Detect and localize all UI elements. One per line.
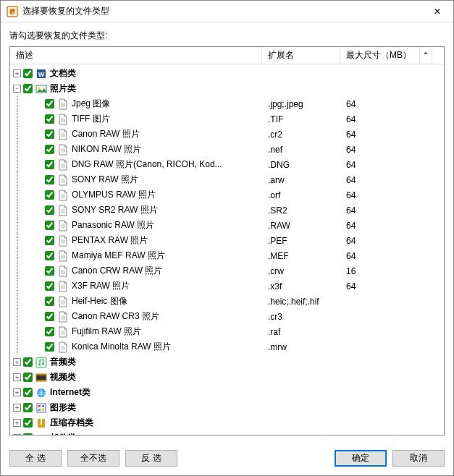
expand-icon[interactable]: +: [13, 434, 21, 435]
filetype-checkbox[interactable]: [45, 129, 54, 139]
cell-desc: Jpeg 图像: [13, 96, 265, 111]
filetype-checkbox[interactable]: [45, 205, 54, 215]
tree-category-row[interactable]: +音频类: [10, 354, 444, 370]
filetype-checkbox[interactable]: [45, 175, 54, 184]
filetype-checkbox[interactable]: [23, 357, 33, 367]
tree-line: [13, 203, 23, 218]
cell-size: 64: [343, 190, 423, 200]
cell-desc: Mamiya MEF RAW 照片: [13, 248, 265, 263]
tree-body[interactable]: +W文档类-照片类Jpeg 图像.jpg;.jpeg64TIFF 图片.TIF6…: [10, 64, 444, 435]
expand-icon[interactable]: +: [13, 69, 21, 77]
filetype-checkbox[interactable]: [23, 403, 33, 412]
column-scroll-hint: ⌃: [420, 48, 432, 64]
filetype-checkbox[interactable]: [45, 221, 54, 230]
tree-item-row[interactable]: Canon CRW RAW 照片.crw16: [10, 263, 444, 279]
expand-icon[interactable]: +: [13, 373, 21, 381]
column-ext[interactable]: 扩展名: [262, 46, 340, 64]
column-desc[interactable]: 描述: [10, 46, 262, 64]
cell-ext: .heic;.heif;.hif: [265, 297, 343, 307]
tree-category-row[interactable]: +压缩存档类: [10, 415, 444, 430]
svg-rect-70: [41, 419, 42, 425]
cell-ext: .cr2: [265, 129, 343, 140]
svg-point-58: [38, 363, 41, 365]
tree-item-row[interactable]: X3F RAW 照片.x3f64: [10, 279, 444, 294]
filetype-checkbox[interactable]: [45, 190, 54, 200]
cell-size: 64: [343, 281, 423, 292]
title-bar: G 选择要恢复的文件类型 ✕: [1, 1, 453, 22]
filetype-checkbox[interactable]: [45, 297, 54, 306]
cell-desc: +视频类: [13, 371, 265, 383]
collapse-icon[interactable]: -: [13, 85, 21, 93]
select-none-button[interactable]: 全不选: [67, 450, 119, 467]
tree-item-row[interactable]: DNG RAW 照片(Canon, RICOH, Kod....DNG64: [10, 157, 444, 172]
svg-rect-66: [42, 405, 44, 407]
file-icon: [57, 296, 69, 307]
filetype-checkbox[interactable]: [23, 418, 33, 428]
filetype-checkbox[interactable]: [45, 342, 54, 352]
tree-item-row[interactable]: PENTAX RAW 照片.PEF64: [10, 233, 444, 248]
expand-icon[interactable]: +: [13, 388, 21, 396]
filetype-checkbox[interactable]: [23, 388, 33, 397]
filetype-checkbox[interactable]: [45, 236, 54, 245]
ok-button[interactable]: 确定: [335, 450, 387, 467]
cell-desc: +音频类: [13, 356, 265, 368]
cell-desc: NIKON RAW 照片: [13, 142, 265, 157]
tree-item-row[interactable]: Konica Minolta RAW 照片.mrw: [10, 339, 444, 354]
select-all-button[interactable]: 全 选: [9, 450, 62, 467]
tree-category-row[interactable]: +W文档类: [10, 66, 444, 81]
cell-size: 64: [343, 114, 423, 124]
close-button[interactable]: ✕: [421, 1, 453, 22]
filetype-checkbox[interactable]: [45, 281, 54, 291]
row-label: SONY SR2 RAW 照片: [72, 204, 158, 216]
cell-size: 64: [343, 221, 423, 231]
cancel-button[interactable]: 取消: [392, 450, 445, 467]
row-label: 邮件类: [50, 432, 76, 435]
tree-item-row[interactable]: Canon RAW CR3 照片.cr3: [10, 309, 444, 324]
tree-item-row[interactable]: Mamiya MEF RAW 照片.MEF64: [10, 248, 444, 263]
filetype-checkbox[interactable]: [23, 69, 33, 78]
expand-icon[interactable]: +: [13, 404, 21, 412]
tree-item-row[interactable]: NIKON RAW 照片.nef64: [10, 142, 444, 157]
expand-icon[interactable]: +: [13, 358, 21, 366]
zip-icon: [35, 417, 47, 429]
tree-category-row[interactable]: +视频类: [10, 370, 444, 385]
tree-item-row[interactable]: SONY SR2 RAW 照片.SR264: [10, 203, 444, 218]
filetype-checkbox[interactable]: [45, 266, 54, 276]
file-icon: [57, 98, 69, 110]
tree-category-row[interactable]: +Internet类: [10, 385, 444, 400]
filetype-checkbox[interactable]: [45, 327, 54, 336]
cell-size: 64: [343, 129, 423, 140]
filetype-checkbox[interactable]: [45, 312, 54, 321]
tree-item-row[interactable]: Heif-Heic 图像.heic;.heif;.hif: [10, 294, 444, 309]
file-icon: [57, 205, 69, 216]
tree-item-row[interactable]: Fujifilm RAW 照片.raf: [10, 324, 444, 339]
svg-text:G: G: [9, 8, 15, 16]
tree-category-row[interactable]: -照片类: [10, 81, 444, 96]
tree-item-row[interactable]: SONY RAW 照片.arw64: [10, 172, 444, 187]
tree-line: [13, 96, 23, 111]
pic-icon: [35, 83, 47, 95]
cell-desc: Heif-Heic 图像: [13, 294, 265, 309]
tree-line: [13, 294, 23, 309]
invert-selection-button[interactable]: 反 选: [125, 450, 177, 467]
instruction-text: 请勾选要恢复的文件类型:: [9, 30, 445, 42]
expand-icon[interactable]: +: [13, 419, 21, 427]
filetype-checkbox[interactable]: [23, 433, 33, 435]
filetype-checkbox[interactable]: [45, 145, 54, 154]
tree-item-row[interactable]: TIFF 图片.TIF64: [10, 111, 444, 127]
filetype-checkbox[interactable]: [45, 251, 54, 260]
tree-item-row[interactable]: Jpeg 图像.jpg;.jpeg64: [10, 96, 444, 111]
tree-item-row[interactable]: Panasonic RAW 照片.RAW64: [10, 218, 444, 233]
column-size[interactable]: 最大尺寸（MB）: [340, 46, 420, 64]
tree-category-row[interactable]: +邮件类: [10, 430, 444, 435]
file-icon: [57, 190, 69, 201]
filetype-checkbox[interactable]: [45, 114, 54, 124]
filetype-checkbox[interactable]: [23, 373, 33, 382]
cell-desc: TIFF 图片: [13, 111, 265, 127]
tree-item-row[interactable]: Canon RAW 照片.cr264: [10, 127, 444, 142]
tree-category-row[interactable]: +图形类: [10, 400, 444, 415]
filetype-checkbox[interactable]: [23, 84, 33, 93]
tree-item-row[interactable]: OLYMPUS RAW 照片.orf64: [10, 187, 444, 203]
filetype-checkbox[interactable]: [45, 99, 54, 109]
filetype-checkbox[interactable]: [45, 160, 54, 169]
